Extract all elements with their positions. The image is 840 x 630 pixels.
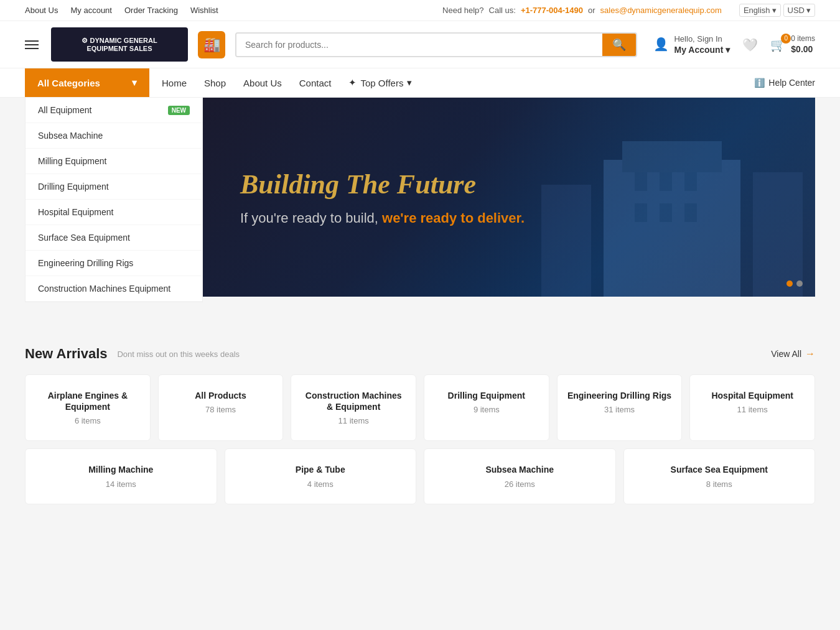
svg-rect-5 xyxy=(635,203,647,222)
help-center-label: Help Center xyxy=(768,78,815,88)
category-card[interactable]: All Products 78 items xyxy=(158,374,284,441)
help-center-button[interactable]: ℹ️ Help Center xyxy=(754,68,815,97)
help-text: Need help? xyxy=(442,6,484,15)
hero-section: Building The Future If you're ready to b… xyxy=(203,98,815,302)
info-icon: ℹ️ xyxy=(754,78,765,88)
top-bar-contact: Need help? Call us: +1-777-004-1490 or s… xyxy=(442,4,815,17)
about-us-toplink[interactable]: About Us xyxy=(25,6,58,15)
new-badge: NEW xyxy=(168,106,190,115)
hamburger-menu[interactable] xyxy=(25,40,39,49)
category-card[interactable]: Pipe & Tube 4 items xyxy=(225,448,417,504)
card-count: 11 items xyxy=(301,416,406,425)
category-card[interactable]: Subsea Machine 26 items xyxy=(424,448,616,504)
chevron-down-icon: ▾ xyxy=(806,6,811,15)
language-value: English xyxy=(744,6,770,15)
cart-info: 0 items $0.00 xyxy=(791,34,815,55)
svg-rect-2 xyxy=(635,172,647,191)
card-count: 6 items xyxy=(35,416,140,425)
search-bar: 🔍 xyxy=(235,32,637,57)
category-item[interactable]: Subsea Machine xyxy=(26,123,202,149)
chevron-down-icon: ▾ xyxy=(726,45,730,55)
search-input[interactable] xyxy=(236,34,602,56)
hero-background xyxy=(478,98,815,297)
cart-button[interactable]: 🛒 0 0 items $0.00 xyxy=(770,34,815,55)
phone-number[interactable]: +1-777-004-1490 xyxy=(521,6,583,15)
nav-about[interactable]: About Us xyxy=(243,69,282,97)
nav-links: Home Shop About Us Contact ✦ Top Offers … xyxy=(149,68,424,97)
card-title: Construction Machines & Equipment xyxy=(301,390,406,412)
chevron-down-icon: ▾ xyxy=(407,77,412,88)
category-item[interactable]: Surface Sea Equipment xyxy=(26,225,202,251)
card-title: Drilling Equipment xyxy=(434,390,539,401)
card-count: 9 items xyxy=(434,405,539,414)
section-title: New Arrivals xyxy=(25,346,107,362)
category-item[interactable]: Milling Equipment xyxy=(26,149,202,174)
category-card[interactable]: Drilling Equipment 9 items xyxy=(424,374,549,441)
logo-text: ⚙ DYNAMIC GENERALEQUIPMENT SALES xyxy=(82,37,157,52)
category-card[interactable]: Engineering Drilling Rigs 31 items xyxy=(557,374,683,441)
card-count: 31 items xyxy=(567,405,672,414)
category-card[interactable]: Airplane Engines & Equipment 6 items xyxy=(25,374,151,441)
hero-banner: Building The Future If you're ready to b… xyxy=(203,98,815,297)
search-icon: 🔍 xyxy=(612,39,626,51)
card-title: Surface Sea Equipment xyxy=(634,464,805,475)
section-subtitle: Dont miss out on this weeks deals xyxy=(117,350,240,359)
section-title-wrap: New Arrivals Dont miss out on this weeks… xyxy=(25,346,240,362)
account-title: My Account ▾ xyxy=(674,45,730,55)
category-item[interactable]: Engineering Drilling Rigs xyxy=(26,251,202,276)
logo-area[interactable]: ⚙ DYNAMIC GENERALEQUIPMENT SALES 🏭 xyxy=(51,27,225,62)
card-title: Pipe & Tube xyxy=(235,464,406,475)
view-all-link[interactable]: View All → xyxy=(771,348,815,359)
category-card[interactable]: Construction Machines & Equipment 11 ite… xyxy=(291,374,416,441)
language-selector[interactable]: English ▾ xyxy=(739,4,781,17)
chevron-down-icon: ▾ xyxy=(132,77,137,88)
svg-rect-7 xyxy=(684,203,697,222)
my-account-toplink[interactable]: My account xyxy=(70,6,111,15)
order-tracking-toplink[interactable]: Order Tracking xyxy=(124,6,178,15)
email-address[interactable]: sales@dynamicgeneralequip.com xyxy=(600,6,722,15)
category-item[interactable]: All EquipmentNEW xyxy=(26,98,202,123)
top-offers-label: Top Offers xyxy=(360,78,403,88)
dot-2[interactable] xyxy=(796,280,803,287)
nav-shop[interactable]: Shop xyxy=(204,69,226,97)
top-offers-button[interactable]: ✦ Top Offers ▾ xyxy=(348,68,412,97)
all-categories-button[interactable]: All Categories ▾ xyxy=(25,68,149,97)
chevron-down-icon: ▾ xyxy=(772,6,777,15)
cart-icon-wrap: 🛒 0 xyxy=(770,37,786,52)
wishlist-button[interactable]: 🤍 xyxy=(742,37,758,52)
category-item[interactable]: Construction Machines Equipment xyxy=(26,276,202,302)
currency-selector[interactable]: USD ▾ xyxy=(783,4,815,17)
nav-home[interactable]: Home xyxy=(162,69,187,97)
logo-image: ⚙ DYNAMIC GENERALEQUIPMENT SALES xyxy=(51,27,188,62)
card-title: Milling Machine xyxy=(35,464,207,475)
cart-total: $0.00 xyxy=(791,44,815,55)
my-account-button[interactable]: 👤 Hello, Sign In My Account ▾ xyxy=(653,34,730,55)
dot-1[interactable] xyxy=(786,280,793,287)
category-card[interactable]: Milling Machine 14 items xyxy=(25,448,217,504)
hero-title: Building The Future xyxy=(240,169,476,200)
card-count: 8 items xyxy=(634,479,805,489)
card-count: 11 items xyxy=(700,405,805,414)
category-card[interactable]: Hospital Equipment 11 items xyxy=(689,374,815,441)
account-hello: Hello, Sign In xyxy=(674,34,730,45)
card-title: All Products xyxy=(169,390,273,401)
card-count: 78 items xyxy=(169,405,273,414)
category-item[interactable]: Hospital Equipment xyxy=(26,200,202,225)
category-card[interactable]: Surface Sea Equipment 8 items xyxy=(623,448,816,504)
search-button[interactable]: 🔍 xyxy=(602,34,636,56)
hero-dots xyxy=(786,280,803,287)
nav-contact[interactable]: Contact xyxy=(299,69,332,97)
header-right: 👤 Hello, Sign In My Account ▾ 🤍 🛒 0 0 it… xyxy=(653,34,815,55)
header: ⚙ DYNAMIC GENERALEQUIPMENT SALES 🏭 🔍 👤 H… xyxy=(0,21,840,68)
card-count: 14 items xyxy=(35,479,207,489)
category-item[interactable]: Drilling Equipment xyxy=(26,174,202,200)
card-title: Hospital Equipment xyxy=(700,390,805,401)
currency-value: USD xyxy=(788,6,805,15)
cards-row2: Milling Machine 14 itemsPipe & Tube 4 it… xyxy=(25,448,815,504)
logo-gear-icon: 🏭 xyxy=(198,31,225,58)
new-arrivals-section: New Arrivals Dont miss out on this weeks… xyxy=(0,327,840,523)
top-bar: About Us My account Order Tracking Wishl… xyxy=(0,0,840,21)
svg-rect-1 xyxy=(622,141,722,172)
card-title: Subsea Machine xyxy=(434,464,605,475)
wishlist-toplink[interactable]: Wishlist xyxy=(190,6,218,15)
